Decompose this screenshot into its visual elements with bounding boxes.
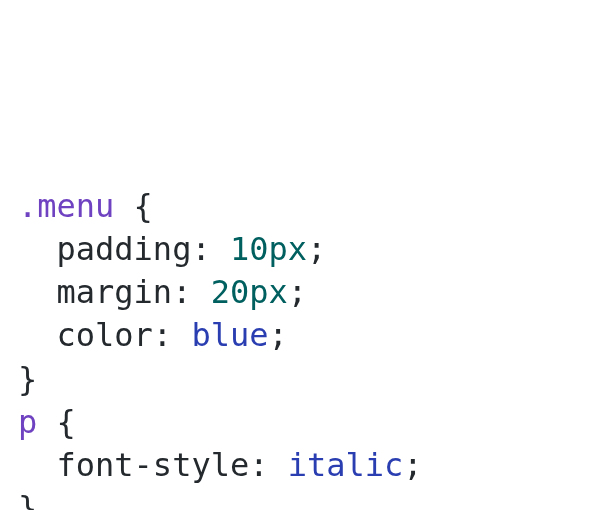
css-code-block: .menu { padding: 10px; margin: 20px; col…	[18, 185, 596, 510]
brace-close: }	[18, 360, 37, 398]
brace-close: }	[18, 489, 37, 510]
css-selector: .menu	[18, 187, 114, 225]
brace-open: {	[57, 403, 76, 441]
css-value: blue	[191, 316, 268, 354]
css-selector: p	[18, 403, 37, 441]
colon: :	[191, 230, 210, 268]
semicolon: ;	[307, 230, 326, 268]
colon: :	[249, 446, 268, 484]
css-value: 10px	[230, 230, 307, 268]
colon: :	[172, 273, 191, 311]
semicolon: ;	[403, 446, 422, 484]
semicolon: ;	[288, 273, 307, 311]
css-value: 20px	[211, 273, 288, 311]
css-property: font-style	[57, 446, 250, 484]
brace-open: {	[134, 187, 153, 225]
semicolon: ;	[268, 316, 287, 354]
css-property: padding	[57, 230, 192, 268]
css-property: color	[57, 316, 153, 354]
css-value: italic	[288, 446, 404, 484]
css-property: margin	[57, 273, 173, 311]
colon: :	[153, 316, 172, 354]
